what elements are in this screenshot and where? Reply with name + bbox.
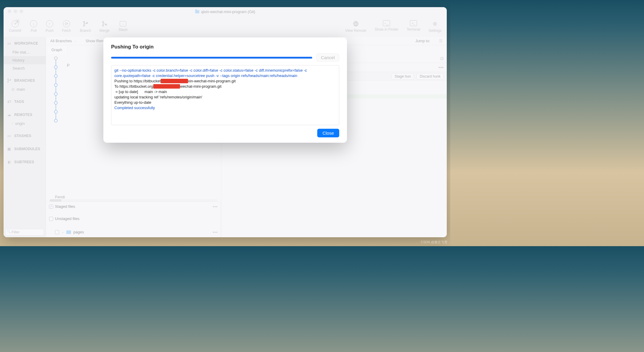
sidebar-section-branches[interactable]: BRANCHES xyxy=(4,76,46,85)
graph-commit-dot[interactable] xyxy=(54,83,58,87)
progress-bar xyxy=(111,57,312,59)
watermark: CSDN @傲古飞雪 xyxy=(421,240,447,244)
diff-more-icon[interactable]: ••• xyxy=(438,65,444,70)
filter-all-branches[interactable]: All Branches⌄ xyxy=(50,39,77,43)
staged-more-icon[interactable]: ••• xyxy=(213,204,218,209)
file-name: pages xyxy=(73,230,84,234)
commit-badge: 2 xyxy=(15,19,20,23)
tag-icon: 🏷 xyxy=(7,99,12,104)
discard-hunk-button[interactable]: Discard hunk xyxy=(416,73,444,80)
show-in-finder-button[interactable]: ⌐‿Show in Finder xyxy=(375,20,398,33)
truncated-label: P xyxy=(67,63,70,68)
toolbar: ＋2 Commit ↓Pull ↑Push ⟳Fetch Branch Merg… xyxy=(4,16,447,37)
terminal-button[interactable]: >_Terminal xyxy=(407,20,420,33)
sidebar-section-submodules[interactable]: ▣SUBMODULES xyxy=(4,144,46,154)
close-button[interactable]: Close xyxy=(317,129,339,137)
sidebar-item-history[interactable]: History xyxy=(4,56,46,64)
dialog-title: Pushing To origin xyxy=(111,44,339,50)
sidebar-item-search[interactable]: Search xyxy=(4,64,46,72)
gear-icon: ⚙ xyxy=(431,20,438,27)
sidebar-branch-main[interactable]: main xyxy=(4,85,46,93)
titlebar: qixin-wechat-mini-program (Git) xyxy=(4,7,447,16)
branch-button[interactable]: Branch xyxy=(80,20,91,33)
close-window-icon[interactable] xyxy=(8,10,11,13)
tab-graph[interactable]: Graph xyxy=(46,46,68,54)
minimize-window-icon[interactable] xyxy=(14,10,17,13)
plus-icon: ＋2 xyxy=(12,20,19,27)
refresh-icon: ⟳ xyxy=(63,20,70,27)
horizontal-scrollbar[interactable] xyxy=(50,199,217,202)
sidebar-section-stashes[interactable]: ▭STASHES xyxy=(4,131,46,141)
staged-toggle-checkbox[interactable] xyxy=(49,205,53,209)
diff-settings-icon[interactable]: ⊙ xyxy=(440,56,444,61)
svg-point-3 xyxy=(102,21,104,23)
finder-face-icon: ⌐‿ xyxy=(383,20,390,26)
sidebar-section-workspace[interactable]: ▭WORKSPACE xyxy=(4,39,46,48)
zoom-window-icon[interactable] xyxy=(20,10,23,13)
graph-commit-dot[interactable] xyxy=(54,65,58,69)
unstaged-toggle-checkbox[interactable] xyxy=(49,217,53,221)
stash-icon: ↓ xyxy=(120,21,126,26)
updown-icon: ⌄ xyxy=(74,39,77,43)
merge-button[interactable]: Merge xyxy=(100,20,110,33)
stage-hunk-button[interactable]: Stage hun xyxy=(391,73,414,80)
svg-point-8 xyxy=(7,79,8,80)
staged-files-label: Staged files xyxy=(55,204,75,209)
pull-button[interactable]: ↓Pull xyxy=(30,20,37,33)
file-status-panel: Staged files ••• Unstaged files ⌄ xyxy=(46,202,221,237)
traffic-lights[interactable] xyxy=(8,10,23,13)
jump-to[interactable]: Jump to: xyxy=(415,39,430,43)
chevron-right-icon: › xyxy=(12,122,13,125)
stash-icon: ▭ xyxy=(7,133,12,138)
folder-icon xyxy=(195,10,199,13)
graph-commit-dot[interactable] xyxy=(54,110,58,114)
sidebar-section-subtrees[interactable]: ◐SUBTREES xyxy=(4,157,46,167)
push-log[interactable]: git --no-optional-locks -c color.branch=… xyxy=(111,65,339,125)
push-progress-dialog: Pushing To origin Cancel git --no-option… xyxy=(103,37,347,143)
branch-icon xyxy=(82,20,89,27)
unstaged-files-label: Unstaged files xyxy=(55,216,79,221)
svg-point-4 xyxy=(102,25,104,26)
file-checkbox[interactable] xyxy=(55,230,59,234)
graph-commit-dot[interactable] xyxy=(54,101,58,105)
window-title: qixin-wechat-mini-program (Git) xyxy=(201,10,255,14)
file-more-icon[interactable]: ••• xyxy=(213,230,218,234)
branch-icon xyxy=(7,78,12,83)
workspace-icon: ▭ xyxy=(7,41,12,46)
stash-button[interactable]: ↓Stash xyxy=(119,21,128,32)
subtree-icon: ◐ xyxy=(7,160,12,164)
graph-commit-dot[interactable] xyxy=(54,56,58,60)
arrow-down-icon: ↓ xyxy=(30,20,37,27)
view-remote-button[interactable]: View Remote xyxy=(345,20,366,33)
cancel-button[interactable]: Cancel xyxy=(316,54,339,62)
globe-icon xyxy=(352,20,359,27)
chevron-down-icon[interactable]: ⌄ xyxy=(61,230,64,234)
sidebar: ▭WORKSPACE File stat… History Search BRA… xyxy=(4,37,46,237)
settings-button[interactable]: ⚙Settings xyxy=(429,20,441,33)
push-button[interactable]: ↑Push xyxy=(45,20,53,33)
sidebar-section-tags[interactable]: 🏷TAGS xyxy=(4,97,46,106)
file-row-pages[interactable]: ⌄ pages ••• xyxy=(49,229,218,235)
submodule-icon: ▣ xyxy=(7,147,12,151)
svg-point-1 xyxy=(83,25,85,26)
terminal-icon: >_ xyxy=(410,20,417,26)
sidebar-remote-origin[interactable]: ›origin xyxy=(4,120,46,128)
sidebar-filter-input[interactable] xyxy=(5,229,44,235)
merge-icon xyxy=(101,20,108,27)
graph-commit-dot[interactable] xyxy=(54,119,58,122)
pending-label: Pendi xyxy=(55,195,65,199)
commit-button[interactable]: ＋2 Commit xyxy=(9,20,21,33)
svg-point-9 xyxy=(7,81,8,82)
cloud-icon: ☁ xyxy=(7,112,12,117)
fetch-button[interactable]: ⟳Fetch xyxy=(62,20,71,33)
arrow-up-icon: ↑ xyxy=(46,20,53,27)
folder-icon xyxy=(66,230,71,234)
graph-commit-dot[interactable] xyxy=(54,92,58,96)
current-branch-icon xyxy=(12,88,14,91)
filter-menu-icon[interactable]: ☰ xyxy=(439,39,443,43)
sidebar-item-file-status[interactable]: File stat… xyxy=(4,48,46,56)
svg-point-0 xyxy=(83,21,85,23)
graph-commit-dot[interactable] xyxy=(54,74,58,78)
sidebar-section-remotes[interactable]: ☁REMOTES xyxy=(4,110,46,120)
